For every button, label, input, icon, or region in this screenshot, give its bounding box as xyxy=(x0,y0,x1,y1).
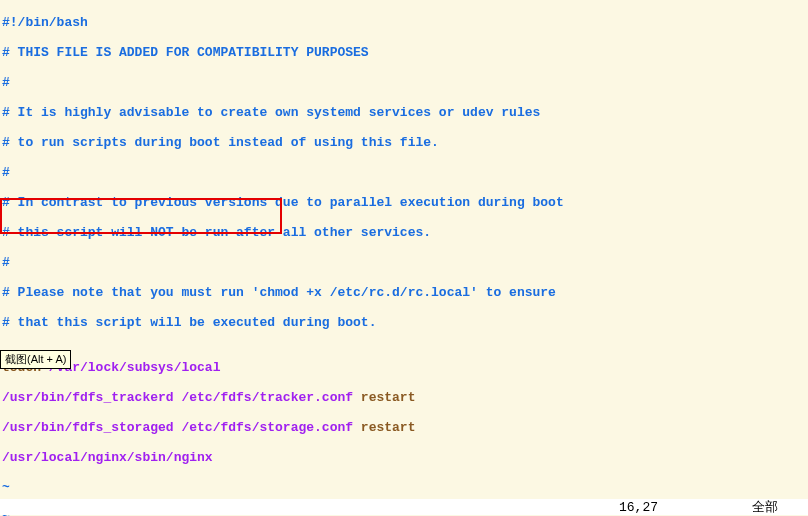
code-line: /usr/local/nginx/sbin/nginx xyxy=(2,450,806,465)
code-line: /usr/bin/fdfs_trackerd /etc/fdfs/tracker… xyxy=(2,390,806,405)
code-line: # xyxy=(2,165,806,180)
code-line: #!/bin/bash xyxy=(2,15,806,30)
vim-editor[interactable]: #!/bin/bash # THIS FILE IS ADDED FOR COM… xyxy=(0,0,808,516)
code-line: touch /var/lock/subsys/local xyxy=(2,360,806,375)
code-line: # to run scripts during boot instead of … xyxy=(2,135,806,150)
vim-status-bar: 16,27 全部 xyxy=(0,499,808,515)
code-line: # that this script will be executed duri… xyxy=(2,315,806,330)
cursor-position: 16,27 xyxy=(619,500,658,515)
code-line: # In contrast to previous versions due t… xyxy=(2,195,806,210)
code-line: # xyxy=(2,255,806,270)
code-line: # Please note that you must run 'chmod +… xyxy=(2,285,806,300)
code-line: # THIS FILE IS ADDED FOR COMPATIBILITY P… xyxy=(2,45,806,60)
code-line: /usr/bin/fdfs_storaged /etc/fdfs/storage… xyxy=(2,420,806,435)
vim-tilde: ~ xyxy=(2,480,806,495)
code-line: # It is highly advisable to create own s… xyxy=(2,105,806,120)
code-line: # xyxy=(2,75,806,90)
code-line: # this script will NOT be run after all … xyxy=(2,225,806,240)
file-position-indicator: 全部 xyxy=(752,500,778,515)
screenshot-tooltip: 截图(Alt + A) xyxy=(0,350,71,369)
